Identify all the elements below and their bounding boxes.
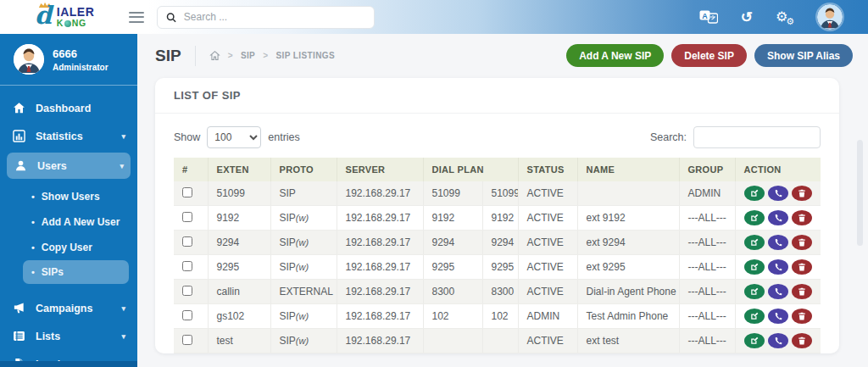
trash-icon xyxy=(798,336,806,345)
history-icon[interactable]: ↺ xyxy=(741,10,753,25)
phone-sip-button[interactable] xyxy=(768,333,788,348)
translate-icon[interactable]: A xyxy=(699,10,718,24)
breadcrumb-sip[interactable]: SIP xyxy=(241,51,255,60)
topbar-actions: A ↺ ⚙ ⚙ xyxy=(699,4,868,30)
col-group: GROUP xyxy=(679,158,735,181)
sidebar-item-statistics[interactable]: Statistics ▾ xyxy=(0,122,137,150)
scrollbar[interactable] xyxy=(857,140,863,246)
main-content: SIP > SIP > SIP LISTINGS Add A New SIP D… xyxy=(137,34,868,367)
bar-chart-icon xyxy=(12,130,25,142)
edit-icon xyxy=(750,312,759,320)
delete-row-button[interactable] xyxy=(792,235,812,250)
show-sip-alias-button[interactable]: Show SIP Alias xyxy=(754,44,853,67)
sidebar-item-lists[interactable]: Lists ▾ xyxy=(0,322,137,350)
phone-sip-button[interactable] xyxy=(768,309,788,324)
phone-icon xyxy=(774,287,782,296)
sidebar-user-panel[interactable]: 6666 Administrator xyxy=(0,34,137,85)
page-title: SIP xyxy=(155,47,181,65)
sidebar-user-name: 6666 xyxy=(53,47,108,60)
delete-sip-button[interactable]: Delete SIP xyxy=(671,44,747,67)
row-checkbox[interactable] xyxy=(182,286,192,296)
delete-row-button[interactable] xyxy=(792,333,812,348)
col-name: NAME xyxy=(577,158,679,181)
edit-icon xyxy=(750,238,759,247)
chevron-down-icon: ▾ xyxy=(120,162,124,170)
delete-row-button[interactable] xyxy=(792,210,812,225)
sidebar-item-campaigns[interactable]: Campaigns ▾ xyxy=(0,294,137,322)
edit-sip-button[interactable] xyxy=(744,333,765,348)
edit-sip-button[interactable] xyxy=(744,210,765,225)
table-header-row: # EXTEN PROTO SERVER DIAL PLAN STATUS NA… xyxy=(174,158,821,181)
trash-icon xyxy=(798,312,806,320)
row-checkbox[interactable] xyxy=(182,261,192,271)
menu-toggle-icon[interactable] xyxy=(129,12,144,23)
sidebar-avatar xyxy=(14,44,44,75)
delete-row-button[interactable] xyxy=(792,259,812,275)
table-row: gs102 SIP(w) 192.168.29.17 102 102 ADMIN… xyxy=(174,304,821,329)
col-action: ACTION xyxy=(735,158,821,181)
phone-sip-button[interactable] xyxy=(768,210,788,225)
col-status: STATUS xyxy=(518,158,577,181)
breadcrumb-sip-listings: SIP LISTINGS xyxy=(275,51,335,60)
row-checkbox[interactable] xyxy=(182,310,192,320)
phone-sip-button[interactable] xyxy=(768,284,788,299)
row-checkbox[interactable] xyxy=(182,187,192,197)
sidebar-item-dashboard[interactable]: Dashboard xyxy=(0,94,137,122)
edit-icon xyxy=(750,287,759,296)
phone-sip-button[interactable] xyxy=(768,186,788,201)
status-text: ADMIN xyxy=(527,310,560,322)
global-search xyxy=(157,6,375,29)
trash-icon xyxy=(798,238,806,247)
search-icon xyxy=(166,12,176,23)
phone-sip-button[interactable] xyxy=(768,259,788,275)
breadcrumb: > SIP > SIP LISTINGS xyxy=(209,50,335,61)
search-input[interactable] xyxy=(184,11,365,23)
status-text: ACTIVE xyxy=(527,212,564,224)
delete-row-button[interactable] xyxy=(792,309,812,324)
sidebar-item-users[interactable]: Users ▾ xyxy=(7,153,131,179)
row-checkbox[interactable] xyxy=(182,236,192,247)
table-row: 9294 SIP(w) 192.168.29.17 9294 9294 ACTI… xyxy=(174,231,821,255)
sidebar-item-sips[interactable]: • SIPs xyxy=(23,260,129,284)
sidebar-item-copy-user[interactable]: • Copy User xyxy=(0,235,137,260)
trash-icon xyxy=(798,214,806,222)
entries-select[interactable]: 100 xyxy=(207,126,261,148)
breadcrumb-home-icon[interactable] xyxy=(209,50,220,61)
trash-icon xyxy=(798,263,806,271)
status-text: ACTIVE xyxy=(527,286,564,297)
status-text: ACTIVE xyxy=(527,187,564,199)
sidebar: 6666 Administrator Dashboard Statistics … xyxy=(0,34,137,367)
status-text: ACTIVE xyxy=(527,335,564,347)
chevron-down-icon: ▾ xyxy=(121,332,125,341)
dialerking-logo: d IALER K NG xyxy=(0,3,127,31)
list-of-sip-card: LIST OF SIP Show 100 entries Search: xyxy=(155,78,839,353)
user-avatar[interactable] xyxy=(817,4,843,30)
delete-row-button[interactable] xyxy=(792,284,812,299)
edit-sip-button[interactable] xyxy=(744,284,765,299)
table-search-control: Search: xyxy=(650,126,821,148)
edit-sip-button[interactable] xyxy=(744,309,765,324)
table-search-input[interactable] xyxy=(693,126,821,148)
settings-gears-icon[interactable]: ⚙ ⚙ xyxy=(776,8,794,25)
chevron-down-icon: ▾ xyxy=(121,132,125,141)
row-checkbox[interactable] xyxy=(182,335,192,345)
page-header: SIP > SIP > SIP LISTINGS Add A New SIP D… xyxy=(137,34,868,74)
show-entries-control: Show 100 entries xyxy=(174,126,300,148)
row-checkbox[interactable] xyxy=(182,212,192,222)
sidebar-item-add-a-new-user[interactable]: • Add A New User xyxy=(0,209,137,235)
col-num: # xyxy=(174,158,208,181)
table-row: test SIP(w) 192.168.29.17 ACTIVE ext tes… xyxy=(174,329,821,353)
phone-sip-button[interactable] xyxy=(768,235,788,250)
edit-icon xyxy=(750,336,759,345)
phone-icon xyxy=(774,214,782,222)
add-new-sip-button[interactable]: Add A New SIP xyxy=(566,44,664,67)
edit-sip-button[interactable] xyxy=(744,259,765,275)
card-title: LIST OF SIP xyxy=(155,78,839,114)
edit-icon xyxy=(750,189,759,197)
globe-icon xyxy=(64,20,71,27)
sidebar-user-role: Administrator xyxy=(53,63,108,72)
sidebar-item-show-users[interactable]: • Show Users xyxy=(0,184,137,209)
edit-sip-button[interactable] xyxy=(744,186,765,201)
delete-row-button[interactable] xyxy=(792,186,812,201)
edit-sip-button[interactable] xyxy=(744,235,765,250)
